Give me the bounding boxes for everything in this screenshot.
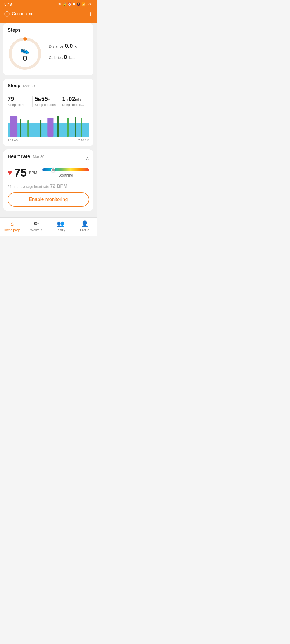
steps-circle: 👟 0 [8,36,42,71]
nav-item-profile[interactable]: 👤 Profile [73,220,97,232]
hr-scale-thumb [51,168,55,172]
home-label: Home page [4,228,20,232]
workout-icon: ✏ [34,220,39,227]
distance-stat: Distance 0.0 km [49,42,89,49]
svg-rect-10 [67,118,69,137]
sleep-duration-metric: 5hr55min Sleep duration [35,96,60,107]
heart-icon: ♥ [8,169,12,177]
sleep-title: Sleep [8,83,20,89]
steps-content: 👟 0 Distance 0.0 km Calories 0 kcal [8,36,89,71]
calories-value: 0 kcal [64,54,75,60]
workout-label: Workout [30,228,42,232]
sleep-times: 1:19 AM 7:14 AM [8,139,89,142]
nav-item-home[interactable]: ⌂ Home page [0,220,24,232]
distance-label: Distance [49,44,63,49]
connecting-spinner [4,11,10,17]
eye-icon: 👁 [58,2,61,6]
deep-sleep-metric: 1hr02min Deep sleep d... [62,96,87,107]
collapse-icon[interactable]: ∧ [86,155,89,161]
time-display: 5:43 [4,2,12,6]
sleep-card: Sleep Mar 30 79 Sleep score 5hr55min Sle… [3,79,93,146]
sleep-duration-value: 5hr55min [35,96,58,103]
hr-date: Mar 30 [33,155,45,159]
sleep-end-time: 7:14 AM [78,139,89,142]
sleep-score-value: 79 [8,96,30,103]
footsteps-icon: 👟 [20,46,30,54]
hr-value-row: ♥ 75 BPM [8,166,37,179]
nfc-icon: 🔒 [63,2,67,6]
home-icon: ⌂ [10,220,14,227]
signal-icon: 📶 [82,2,86,6]
hr-avg-value: 72 BPM [50,184,67,189]
deep-sleep-value: 1hr02min [62,96,85,103]
steps-card: Steps 👟 0 Distance 0.0 [3,23,93,75]
svg-rect-9 [57,116,59,137]
hr-scale: Soothing [42,168,89,177]
steps-count: 0 [20,54,30,62]
hr-value: 75 [14,166,27,179]
connection-status: Connecting... [4,11,37,17]
heart-rate-card: Heart rate Mar 30 ∧ ♥ 75 BPM Soothing 24… [3,149,93,211]
sleep-date: Mar 30 [23,84,35,88]
sleep-duration-label: Sleep duration [35,103,58,107]
svg-rect-11 [75,117,76,137]
hr-main: ♥ 75 BPM Soothing [8,166,89,179]
hr-avg-row: 24-hour average heart rate 72 BPM [8,184,89,189]
steps-center: 👟 0 [20,46,30,62]
add-button[interactable]: + [89,10,92,18]
hr-header: Heart rate Mar 30 ∧ [8,154,89,163]
hr-avg-label: 24-hour average heart rate [8,185,49,189]
calories-stat: Calories 0 kcal [49,54,89,61]
steps-stats: Distance 0.0 km Calories 0 kcal [49,42,89,65]
status-icons: 👁 🔒 ⏰ ✱ 🔕 📶 [39] [58,2,92,6]
svg-rect-12 [81,118,82,137]
hr-title-row: Heart rate Mar 30 [8,154,45,163]
hr-unit: BPM [29,171,37,175]
alarm-icon: ⏰ [68,2,72,6]
family-icon: 👥 [57,220,64,227]
connecting-label: Connecting... [12,12,37,16]
status-bar: 5:43 👁 🔒 ⏰ ✱ 🔕 📶 [39] [0,0,97,8]
sleep-score-label: Sleep score [8,103,30,107]
sleep-start-time: 1:19 AM [8,139,18,142]
steps-title: Steps [8,27,89,33]
main-content: Steps 👟 0 Distance 0.0 [0,23,97,217]
family-label: Family [56,228,65,232]
mute-icon: 🔕 [77,2,81,6]
deep-sleep-label: Deep sleep d... [62,103,85,107]
svg-rect-8 [40,120,41,137]
hr-scale-bar [42,168,89,171]
svg-rect-5 [47,118,53,137]
nav-item-family[interactable]: 👥 Family [48,220,73,232]
calories-label: Calories [49,56,63,60]
app-header: Connecting... + [0,8,97,23]
sleep-score-metric: 79 Sleep score [8,96,33,107]
hr-scale-label: Soothing [42,173,89,177]
distance-value: 0.0 km [65,42,79,49]
svg-rect-4 [10,116,17,137]
sleep-metrics: 79 Sleep score 5hr55min Sleep duration 1… [8,96,89,111]
profile-label: Profile [80,228,89,232]
nav-item-workout[interactable]: ✏ Workout [24,220,48,232]
svg-rect-7 [27,120,29,137]
sleep-header: Sleep Mar 30 [8,83,89,92]
bottom-navigation: ⌂ Home page ✏ Workout 👥 Family 👤 Profile [0,217,97,236]
bluetooth-icon: ✱ [73,2,75,6]
svg-rect-6 [20,119,21,137]
hr-title: Heart rate [8,154,30,159]
enable-monitoring-button[interactable]: Enable monitoring [8,192,89,207]
profile-icon: 👤 [81,220,88,227]
svg-point-2 [23,37,27,41]
sleep-chart: 1:19 AM 7:14 AM [8,115,89,142]
battery-icon: [39] [87,2,92,6]
